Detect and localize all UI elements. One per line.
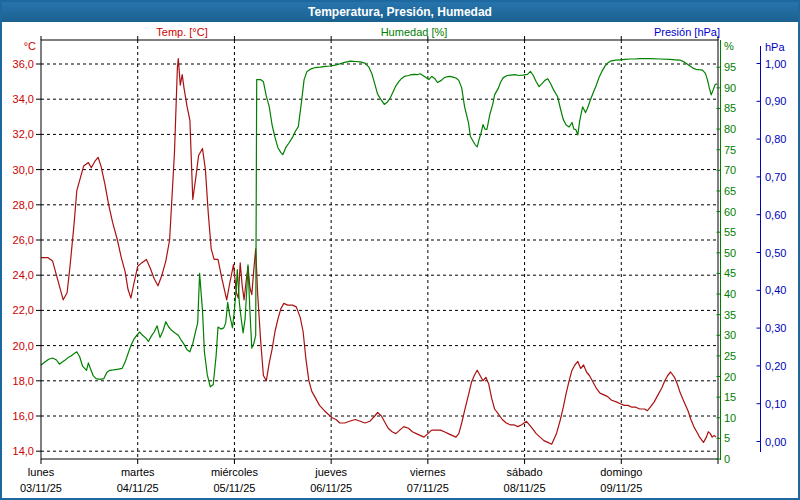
legend-pressure: Presión [hPa] xyxy=(654,26,720,38)
svg-text:26,0: 26,0 xyxy=(13,234,34,246)
svg-text:0,00: 0,00 xyxy=(765,436,786,448)
svg-text:85: 85 xyxy=(724,102,736,114)
svg-text:09/11/25: 09/11/25 xyxy=(600,482,642,494)
svg-text:32,0: 32,0 xyxy=(13,128,34,140)
svg-text:24,0: 24,0 xyxy=(13,269,34,281)
chart-canvas: 36,034,032,030,028,026,024,022,020,018,0… xyxy=(0,0,800,500)
svg-text:60: 60 xyxy=(724,206,736,218)
svg-text:28,0: 28,0 xyxy=(13,199,34,211)
svg-text:miércoles: miércoles xyxy=(211,466,259,478)
legend-humidity: Humedad [%] xyxy=(381,26,448,38)
svg-text:36,0: 36,0 xyxy=(13,58,34,70)
svg-text:70: 70 xyxy=(724,164,736,176)
svg-text:95: 95 xyxy=(724,61,736,73)
svg-text:65: 65 xyxy=(724,185,736,197)
svg-text:18,0: 18,0 xyxy=(13,375,34,387)
svg-text:martes: martes xyxy=(121,466,155,478)
svg-text:0,20: 0,20 xyxy=(765,360,786,372)
plot-border xyxy=(41,40,718,459)
pressure-axis-header: hPa xyxy=(765,41,785,53)
svg-text:75: 75 xyxy=(724,144,736,156)
svg-text:34,0: 34,0 xyxy=(13,93,34,105)
svg-text:0,80: 0,80 xyxy=(765,133,786,145)
svg-text:15: 15 xyxy=(724,391,736,403)
svg-text:14,0: 14,0 xyxy=(13,445,34,457)
svg-text:50: 50 xyxy=(724,247,736,259)
svg-text:08/11/25: 08/11/25 xyxy=(504,482,546,494)
horizontal-gridlines xyxy=(41,64,718,451)
svg-text:90: 90 xyxy=(724,82,736,94)
svg-text:jueves: jueves xyxy=(314,466,347,478)
vertical-gridlines xyxy=(138,40,622,459)
svg-text:07/11/25: 07/11/25 xyxy=(407,482,449,494)
svg-text:5: 5 xyxy=(724,432,730,444)
page-title: Temperatura, Presión, Humedad xyxy=(308,5,492,19)
temp-axis-header: °C xyxy=(14,40,36,52)
svg-text:80: 80 xyxy=(724,123,736,135)
svg-text:0,90: 0,90 xyxy=(765,95,786,107)
svg-text:25: 25 xyxy=(724,350,736,362)
svg-text:0,70: 0,70 xyxy=(765,171,786,183)
svg-text:0,30: 0,30 xyxy=(765,322,786,334)
temperature-axis: 36,034,032,030,028,026,024,022,020,018,0… xyxy=(13,58,41,457)
weather-chart-window: Temperatura, Presión, Humedad Temp. [°C]… xyxy=(0,0,800,500)
svg-text:sábado: sábado xyxy=(507,466,543,478)
temperature-curve xyxy=(41,59,716,445)
svg-text:0,50: 0,50 xyxy=(765,247,786,259)
svg-text:55: 55 xyxy=(724,226,736,238)
svg-text:0,60: 0,60 xyxy=(765,209,786,221)
x-axis: lunes03/11/25martes04/11/25miércoles05/1… xyxy=(20,36,718,494)
svg-text:05/11/25: 05/11/25 xyxy=(213,482,255,494)
svg-text:16,0: 16,0 xyxy=(13,410,34,422)
humidity-curve xyxy=(41,59,717,387)
svg-text:0: 0 xyxy=(724,453,730,465)
pressure-axis: 1,000,900,800,700,600,500,400,300,200,10… xyxy=(757,46,787,452)
svg-text:45: 45 xyxy=(724,267,736,279)
svg-text:03/11/25: 03/11/25 xyxy=(20,482,62,494)
svg-text:0,40: 0,40 xyxy=(765,284,786,296)
svg-text:20,0: 20,0 xyxy=(13,340,34,352)
humidity-axis-header: % xyxy=(724,40,734,52)
humidity-axis: 95908580757065605550454035302520151050 xyxy=(717,40,737,465)
svg-text:20: 20 xyxy=(724,371,736,383)
svg-text:viernes: viernes xyxy=(410,466,446,478)
svg-text:lunes: lunes xyxy=(28,466,55,478)
svg-text:1,00: 1,00 xyxy=(765,58,786,70)
svg-text:0,10: 0,10 xyxy=(765,398,786,410)
svg-text:06/11/25: 06/11/25 xyxy=(310,482,352,494)
svg-text:35: 35 xyxy=(724,309,736,321)
svg-text:22,0: 22,0 xyxy=(13,304,34,316)
window-title-bar: Temperatura, Presión, Humedad xyxy=(2,2,798,22)
svg-text:30,0: 30,0 xyxy=(13,164,34,176)
svg-text:domingo: domingo xyxy=(600,466,642,478)
svg-text:10: 10 xyxy=(724,412,736,424)
legend-temperature: Temp. [°C] xyxy=(156,26,207,38)
svg-text:40: 40 xyxy=(724,288,736,300)
svg-text:30: 30 xyxy=(724,329,736,341)
svg-text:04/11/25: 04/11/25 xyxy=(117,482,159,494)
